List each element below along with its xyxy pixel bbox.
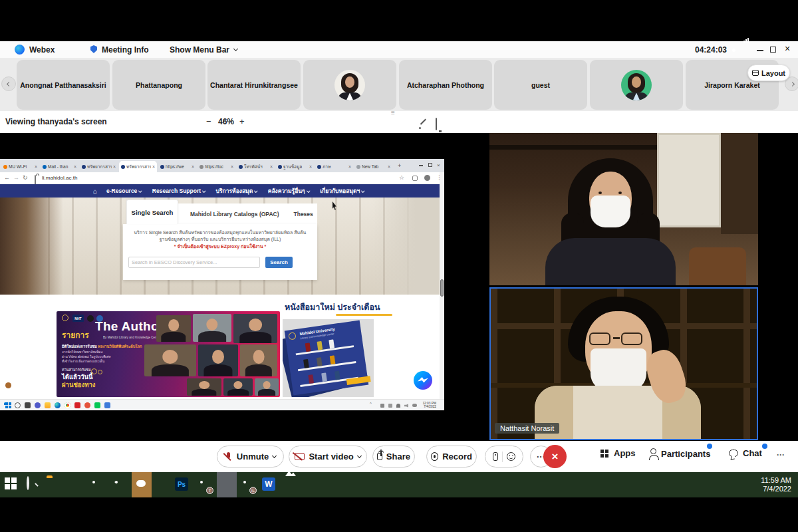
show-menu-bar-label[interactable]: Show Menu Bar [170,45,229,55]
browser-tab[interactable]: ฐานข้อมูล× [276,161,314,172]
browser-tab[interactable]: MU Wi-Fi× [1,161,39,172]
tray-wifi-icon[interactable] [396,404,400,408]
quill-app-icon[interactable] [153,477,168,492]
browser-tab[interactable]: โทรทัศน์ฯ× [237,161,275,172]
new-tab-button[interactable]: + [398,162,401,169]
tray-expand-icon[interactable]: ^ [370,402,372,406]
the-author-banner[interactable]: NHT รายการ The Author By Mahidol Library… [57,311,280,397]
messenger-chat-icon[interactable] [414,371,432,390]
nav-about[interactable]: เกี่ยวกับหอสมุดฯ [320,186,364,196]
browser-back-icon[interactable]: ← [4,174,10,181]
tab-opac[interactable]: Mahidol Library Catalogs (OPAC) [190,211,279,217]
zoom-out-button[interactable]: − [206,116,211,126]
app-icon[interactable] [84,402,90,408]
browser-tab-active[interactable]: ทรัพยากรสาร× [119,161,157,172]
bookmark-star-icon[interactable]: ☆ [399,174,404,181]
page-scrollbar-thumb[interactable] [440,279,444,297]
discovery-search-input[interactable] [128,257,260,268]
chat-button[interactable]: Chat [729,448,762,458]
tab-close-icon[interactable]: × [152,164,155,169]
browser-minimize-icon[interactable] [419,165,423,166]
chevron-down-icon[interactable] [272,454,277,458]
nav-research-support[interactable]: Research Support [152,188,205,194]
apps-button[interactable]: Apps [600,448,636,458]
strip-scroll-left-button[interactable] [1,76,16,91]
url-text[interactable]: li.mahidol.ac.th [42,175,77,181]
browser-close-icon[interactable]: × [437,162,440,168]
zoom-in-button[interactable]: + [239,116,245,126]
tab-close-icon[interactable]: × [231,164,233,169]
tab-close-icon[interactable]: × [35,164,37,169]
profile-avatar-icon[interactable] [424,175,430,181]
word-icon[interactable]: W [262,477,277,492]
file-explorer-icon[interactable] [45,402,51,408]
browser-tab[interactable]: ภาษ× [315,161,353,172]
phone-link-icon[interactable] [104,402,110,408]
chevron-down-icon[interactable] [233,47,238,51]
browser-tab[interactable]: New Tab× [354,161,392,172]
record-button[interactable]: Record [426,446,477,467]
participant-tile[interactable] [590,60,683,110]
tab-close-icon[interactable]: × [388,164,390,169]
share-button[interactable]: Share [372,446,415,467]
browser-reload-icon[interactable]: ↻ [23,174,28,181]
browser-forward-icon[interactable]: → [13,174,19,181]
extension-icon[interactable] [412,176,418,181]
search-button[interactable]: Search [265,257,293,268]
chevron-down-icon[interactable] [357,454,362,458]
window-maximize-button[interactable] [770,47,776,53]
tab-single-search[interactable]: Single Search [126,200,178,224]
photoshop-icon[interactable]: Ps [175,477,190,492]
unmute-button[interactable]: Unmute [217,446,284,467]
participant-tile[interactable]: Atcharaphan Phothong [399,60,492,110]
participant-tile[interactable]: Chantarat Hirunkitrangsee [207,60,301,110]
shared-view-monitor-icon[interactable] [436,118,437,130]
browser-tab[interactable]: Mail - than× [41,161,78,172]
line-icon[interactable] [134,477,149,492]
start-button[interactable] [3,477,18,492]
nav-knowledge[interactable]: คลังความรู้อื่นๆ [268,186,309,196]
leave-meeting-button[interactable]: × [543,445,567,468]
tray-speaker-icon[interactable] [404,404,408,408]
task-view-icon[interactable] [25,402,31,408]
participants-button[interactable]: Participants [650,448,710,459]
video-feed-top[interactable] [489,133,758,285]
tab-theses[interactable]: Theses [294,211,313,217]
chrome-profile-icon[interactable]: T [197,477,211,492]
layout-button[interactable]: Layout [747,65,790,81]
participant-tile[interactable] [303,60,396,110]
new-books-poster[interactable]: Mahidol University Library and Knowledge… [283,319,374,397]
home-icon[interactable]: ⌂ [93,188,97,195]
tray-mic-icon[interactable] [380,404,384,408]
system-clock[interactable]: 11:59 AM 7/4/2022 [761,476,791,493]
search-button[interactable] [25,477,39,492]
window-close-button[interactable]: × [785,43,790,54]
browser-tab[interactable]: ทรัพยากรสาร× [80,161,118,172]
edge-icon[interactable] [67,477,82,492]
participant-tile[interactable]: Phattanapong [112,60,205,110]
search-icon[interactable] [15,402,21,408]
participant-tile[interactable]: Anongnat Patthanasaksiri [17,60,110,110]
browser-maximize-icon[interactable] [428,163,432,167]
tab-close-icon[interactable]: × [309,164,312,169]
tab-close-icon[interactable]: × [113,164,116,169]
window-minimize-button[interactable] [757,50,763,51]
nav-e-resource[interactable]: e-Resource [106,188,142,194]
nav-library-services[interactable]: บริการห้องสมุด [216,186,257,196]
tray-cloud-icon[interactable] [412,404,417,407]
browser-tab[interactable]: https://we× [158,161,196,172]
overflow-more-button[interactable]: ··· [777,450,785,460]
tab-close-icon[interactable]: × [348,164,351,169]
browser-tab[interactable]: https://loc× [198,161,235,172]
edge-icon[interactable] [55,402,61,408]
photos-icon[interactable] [284,477,299,492]
tab-close-icon[interactable]: × [192,164,194,169]
remote-control-icon[interactable] [493,452,498,461]
meeting-info-label[interactable]: Meeting Info [102,45,149,55]
video-feed-active-speaker[interactable]: Natthasit Norasit [489,287,758,440]
acrobat-icon[interactable] [111,477,126,492]
file-explorer-icon[interactable] [47,477,61,492]
reactions-emoji-icon[interactable] [507,452,515,461]
chrome-icon[interactable] [65,402,70,408]
tray-battery-icon[interactable] [388,404,392,408]
